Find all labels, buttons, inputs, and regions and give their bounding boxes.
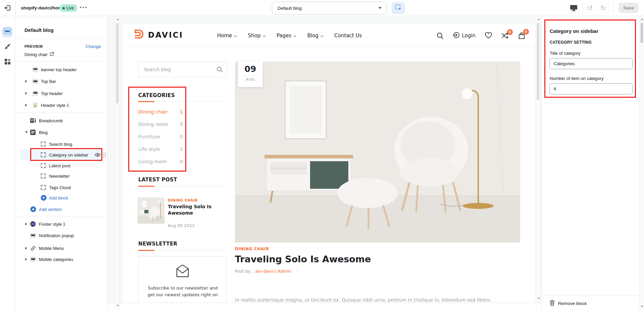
chevron-right-icon[interactable] <box>25 223 27 225</box>
visibility-eye-icon[interactable] <box>95 153 101 158</box>
nav-blog[interactable]: Blog <box>307 33 323 39</box>
save-button[interactable]: Save <box>618 3 639 13</box>
drag-handle-icon[interactable] <box>103 152 106 159</box>
block-row-latest-post[interactable]: Latest post <box>15 160 107 171</box>
section-row-banner-top-header[interactable]: banner top header <box>15 64 107 75</box>
block-row-search-blog[interactable]: Search blog <box>15 139 107 149</box>
section-row-mobile-menu[interactable]: Mobile Menu <box>15 243 107 254</box>
section-icon <box>33 91 38 96</box>
nav-home[interactable]: Home <box>217 33 237 39</box>
window-scrollbar[interactable] <box>640 16 644 310</box>
preview-page-link[interactable]: Dining chair <box>24 52 54 57</box>
add-section-button[interactable]: Add section <box>15 204 107 215</box>
preview-left-scrollbar[interactable] <box>115 16 119 310</box>
nav-pages[interactable]: Pages <box>277 33 296 39</box>
accent-underline <box>138 101 154 102</box>
section-row-footer-style-1[interactable]: Footer style 1 <box>15 219 107 229</box>
compare-shuffle-icon[interactable]: 0 <box>501 32 509 39</box>
cart-count-badge: 0 <box>523 29 529 35</box>
add-block-button[interactable]: Add block <box>15 192 107 203</box>
chevron-right-icon[interactable] <box>25 92 27 95</box>
page-selector-dropdown[interactable]: Default blog <box>272 2 387 14</box>
device-preview-button[interactable] <box>570 5 578 13</box>
remove-block-button[interactable]: Remove block <box>550 299 587 307</box>
undo-button[interactable]: ↺ <box>587 4 593 12</box>
settings-group-label: CATEGORY SETTING <box>550 40 592 45</box>
category-link-furniture[interactable]: Furniture0 <box>138 134 183 139</box>
number-of-items-input[interactable] <box>549 83 633 94</box>
change-preview-link[interactable]: Change <box>86 44 101 49</box>
article-author-link[interactable]: alo-davici Admin <box>255 269 291 274</box>
rail-theme-settings-tab[interactable] <box>2 42 13 52</box>
section-picker-button[interactable] <box>392 2 405 14</box>
category-link-dining-room[interactable]: Dining room5 <box>138 122 183 127</box>
scroll-down-icon[interactable] <box>641 306 643 307</box>
chevron-down-icon[interactable] <box>25 131 28 133</box>
login-link[interactable]: Login <box>453 32 476 40</box>
title-of-category-input[interactable] <box>549 58 633 69</box>
topbar-divider <box>15 0 15 16</box>
block-row-category-on-sidebar[interactable]: Category on sidebar <box>15 149 107 160</box>
block-brackets-icon <box>41 152 46 158</box>
scroll-up-icon[interactable] <box>537 18 540 20</box>
chevron-down-icon <box>320 34 323 37</box>
category-link-life-style[interactable]: Life style1 <box>138 146 183 152</box>
newsletter-box: Subscribe to our newsletter and get our … <box>138 256 227 303</box>
scrollbar-thumb[interactable] <box>537 23 539 100</box>
rail-sections-tab[interactable] <box>2 27 13 37</box>
topbar: shopify-davici/home1 Live Default blog ↺… <box>0 0 644 16</box>
scrollbar-thumb[interactable] <box>641 23 643 43</box>
scroll-up-icon[interactable] <box>116 18 119 20</box>
section-row-mobile-categories[interactable]: Mobile categories <box>15 254 107 265</box>
storefront-header: DAVICI Home Shop Pages Blog Contact Us <box>123 24 535 47</box>
block-row-newsletter[interactable]: Newsletter <box>15 171 107 181</box>
section-row-top-header[interactable]: Top header <box>15 88 107 99</box>
section-row-blog[interactable]: Blog <box>15 127 107 138</box>
divider <box>244 76 257 76</box>
wishlist-heart-icon[interactable] <box>485 32 492 39</box>
store-logo[interactable]: DAVICI <box>133 29 183 41</box>
section-row-header-style-1[interactable]: Header style 1 <box>15 100 107 110</box>
preview-right-scrollbar[interactable] <box>536 16 540 303</box>
rail-app-embeds-tab[interactable] <box>2 57 13 68</box>
divider <box>297 269 297 273</box>
chevron-down-icon <box>234 34 237 37</box>
chevron-right-icon[interactable] <box>25 80 27 83</box>
section-row-breadcrumb[interactable]: Breadcrumb <box>15 115 107 126</box>
nav-contact-us[interactable]: Contact Us <box>334 33 362 39</box>
chevron-right-icon[interactable] <box>25 104 27 106</box>
scroll-up-icon[interactable] <box>641 18 643 20</box>
category-link-living-room[interactable]: Living room0 <box>138 159 183 164</box>
block-brackets-icon <box>41 163 46 168</box>
app-embeds-icon <box>4 58 11 66</box>
article-category-tag[interactable]: DINING CHAIR <box>235 247 269 251</box>
blog-search-input[interactable] <box>139 62 227 77</box>
scroll-down-icon[interactable] <box>116 305 119 307</box>
scroll-down-icon[interactable] <box>537 298 540 299</box>
search-icon[interactable] <box>216 66 223 74</box>
latest-post-title[interactable]: Traveling Solo Is Awesome <box>168 204 211 216</box>
chevron-right-icon[interactable] <box>25 247 27 250</box>
category-count: 1 <box>180 146 183 152</box>
settings-panel-title: Category on sidebar <box>550 28 598 34</box>
sections-sidebar: Default blog PREVIEW Change Dining chair… <box>15 16 107 310</box>
section-row-top-bar[interactable]: Top Bar <box>15 76 107 87</box>
cart-bag-icon[interactable]: 0 <box>518 32 525 40</box>
search-icon[interactable] <box>437 32 444 39</box>
blog-icon <box>30 130 36 135</box>
exit-editor-button[interactable] <box>4 4 11 13</box>
latest-post-tag[interactable]: DINING CHAIR <box>168 198 198 202</box>
article-title[interactable]: Traveling Solo Is Awesome <box>235 254 371 264</box>
preview-label: PREVIEW <box>24 44 43 48</box>
latest-post-thumbnail[interactable] <box>138 197 164 224</box>
article-excerpt: In mattis scelerisque magna, ut tincidun… <box>235 296 520 303</box>
link-icon <box>30 246 36 251</box>
scrollbar-thumb[interactable] <box>116 23 118 103</box>
redo-button[interactable]: ↻ <box>600 4 606 12</box>
category-link-dining-chair[interactable]: Dining chair1 <box>138 109 183 115</box>
nav-shop[interactable]: Shop <box>248 33 265 39</box>
section-row-notification-popup[interactable]: Notification popup <box>15 230 107 241</box>
more-options-button[interactable] <box>80 7 87 8</box>
block-row-tags-cloud[interactable]: Tags Cloud <box>15 182 107 193</box>
chevron-right-icon[interactable] <box>25 258 27 261</box>
